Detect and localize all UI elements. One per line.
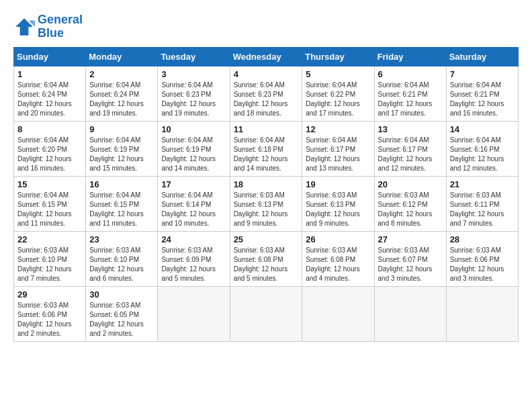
weekday-header: Wednesday xyxy=(230,47,302,66)
day-info: Sunrise: 6:04 AM Sunset: 6:24 PM Dayligh… xyxy=(89,81,154,118)
page-header: General Blue xyxy=(13,13,519,40)
day-number: 13 xyxy=(378,124,443,134)
day-number: 27 xyxy=(378,234,443,244)
calendar-day-cell: 22 Sunrise: 6:03 AM Sunset: 6:10 PM Dayl… xyxy=(14,231,86,286)
calendar-table: SundayMondayTuesdayWednesdayThursdayFrid… xyxy=(13,47,519,342)
calendar-day-cell: 11 Sunrise: 6:04 AM Sunset: 6:18 PM Dayl… xyxy=(230,121,302,176)
day-info: Sunrise: 6:04 AM Sunset: 6:21 PM Dayligh… xyxy=(450,81,515,118)
calendar-day-cell: 7 Sunrise: 6:04 AM Sunset: 6:21 PM Dayli… xyxy=(446,66,518,121)
calendar-week-row: 29 Sunrise: 6:03 AM Sunset: 6:06 PM Dayl… xyxy=(14,286,519,341)
day-info: Sunrise: 6:03 AM Sunset: 6:08 PM Dayligh… xyxy=(234,246,299,283)
day-number: 1 xyxy=(17,69,82,79)
day-info: Sunrise: 6:04 AM Sunset: 6:22 PM Dayligh… xyxy=(306,81,370,118)
day-number: 18 xyxy=(234,179,299,189)
day-number: 4 xyxy=(234,69,299,79)
weekday-header: Monday xyxy=(86,47,158,66)
calendar-day-cell xyxy=(374,286,446,341)
day-number: 12 xyxy=(306,124,370,134)
day-info: Sunrise: 6:04 AM Sunset: 6:20 PM Dayligh… xyxy=(17,136,82,173)
weekday-header: Thursday xyxy=(302,47,374,66)
day-number: 19 xyxy=(306,179,370,189)
calendar-day-cell xyxy=(230,286,302,341)
calendar-day-cell: 2 Sunrise: 6:04 AM Sunset: 6:24 PM Dayli… xyxy=(86,66,158,121)
day-number: 6 xyxy=(378,69,443,79)
calendar-day-cell: 26 Sunrise: 6:03 AM Sunset: 6:08 PM Dayl… xyxy=(302,231,374,286)
calendar-day-cell: 3 Sunrise: 6:04 AM Sunset: 6:23 PM Dayli… xyxy=(158,66,230,121)
calendar-day-cell: 10 Sunrise: 6:04 AM Sunset: 6:19 PM Dayl… xyxy=(158,121,230,176)
day-number: 16 xyxy=(89,179,154,189)
calendar-day-cell: 8 Sunrise: 6:04 AM Sunset: 6:20 PM Dayli… xyxy=(14,121,86,176)
day-number: 8 xyxy=(17,124,82,134)
day-info: Sunrise: 6:03 AM Sunset: 6:10 PM Dayligh… xyxy=(89,246,154,283)
day-info: Sunrise: 6:03 AM Sunset: 6:11 PM Dayligh… xyxy=(450,191,515,228)
day-number: 5 xyxy=(306,69,370,79)
day-info: Sunrise: 6:04 AM Sunset: 6:19 PM Dayligh… xyxy=(89,136,154,173)
calendar-day-cell: 19 Sunrise: 6:03 AM Sunset: 6:13 PM Dayl… xyxy=(302,176,374,231)
calendar-day-cell: 14 Sunrise: 6:04 AM Sunset: 6:16 PM Dayl… xyxy=(446,121,518,176)
day-number: 23 xyxy=(89,234,154,244)
day-info: Sunrise: 6:03 AM Sunset: 6:13 PM Dayligh… xyxy=(306,191,370,228)
calendar-day-cell: 6 Sunrise: 6:04 AM Sunset: 6:21 PM Dayli… xyxy=(374,66,446,121)
day-number: 29 xyxy=(17,289,82,300)
day-number: 17 xyxy=(161,179,226,189)
calendar-day-cell: 21 Sunrise: 6:03 AM Sunset: 6:11 PM Dayl… xyxy=(446,176,518,231)
day-info: Sunrise: 6:03 AM Sunset: 6:07 PM Dayligh… xyxy=(378,246,443,283)
day-info: Sunrise: 6:03 AM Sunset: 6:12 PM Dayligh… xyxy=(378,191,443,228)
logo-text: General Blue xyxy=(38,13,83,40)
day-info: Sunrise: 6:04 AM Sunset: 6:19 PM Dayligh… xyxy=(161,136,226,173)
calendar-day-cell: 13 Sunrise: 6:04 AM Sunset: 6:17 PM Dayl… xyxy=(374,121,446,176)
calendar-day-cell: 18 Sunrise: 6:03 AM Sunset: 6:13 PM Dayl… xyxy=(230,176,302,231)
day-number: 15 xyxy=(17,179,82,189)
weekday-header: Friday xyxy=(374,47,446,66)
day-number: 28 xyxy=(450,234,515,244)
calendar-day-cell: 23 Sunrise: 6:03 AM Sunset: 6:10 PM Dayl… xyxy=(86,231,158,286)
calendar-week-row: 8 Sunrise: 6:04 AM Sunset: 6:20 PM Dayli… xyxy=(14,121,519,176)
day-info: Sunrise: 6:03 AM Sunset: 6:08 PM Dayligh… xyxy=(306,246,370,283)
day-number: 24 xyxy=(161,234,226,244)
calendar-day-cell xyxy=(158,286,230,341)
calendar-day-cell: 27 Sunrise: 6:03 AM Sunset: 6:07 PM Dayl… xyxy=(374,231,446,286)
calendar-day-cell xyxy=(446,286,518,341)
day-info: Sunrise: 6:04 AM Sunset: 6:15 PM Dayligh… xyxy=(17,191,82,228)
day-number: 22 xyxy=(17,234,82,244)
day-info: Sunrise: 6:04 AM Sunset: 6:23 PM Dayligh… xyxy=(161,81,226,118)
calendar-header-row: SundayMondayTuesdayWednesdayThursdayFrid… xyxy=(14,47,519,66)
calendar-day-cell: 29 Sunrise: 6:03 AM Sunset: 6:06 PM Dayl… xyxy=(14,286,86,341)
day-info: Sunrise: 6:04 AM Sunset: 6:14 PM Dayligh… xyxy=(161,191,226,228)
day-info: Sunrise: 6:03 AM Sunset: 6:05 PM Dayligh… xyxy=(89,301,154,338)
day-number: 3 xyxy=(161,69,226,79)
calendar-day-cell: 28 Sunrise: 6:03 AM Sunset: 6:06 PM Dayl… xyxy=(446,231,518,286)
day-number: 21 xyxy=(450,179,515,189)
day-info: Sunrise: 6:04 AM Sunset: 6:17 PM Dayligh… xyxy=(378,136,443,173)
day-info: Sunrise: 6:03 AM Sunset: 6:06 PM Dayligh… xyxy=(17,301,82,338)
weekday-header: Tuesday xyxy=(158,47,230,66)
day-number: 9 xyxy=(89,124,154,134)
day-number: 26 xyxy=(306,234,370,244)
calendar-day-cell: 12 Sunrise: 6:04 AM Sunset: 6:17 PM Dayl… xyxy=(302,121,374,176)
day-info: Sunrise: 6:04 AM Sunset: 6:17 PM Dayligh… xyxy=(306,136,370,173)
calendar-day-cell xyxy=(302,286,374,341)
day-info: Sunrise: 6:03 AM Sunset: 6:13 PM Dayligh… xyxy=(234,191,299,228)
calendar-day-cell: 20 Sunrise: 6:03 AM Sunset: 6:12 PM Dayl… xyxy=(374,176,446,231)
day-info: Sunrise: 6:04 AM Sunset: 6:23 PM Dayligh… xyxy=(234,81,299,118)
calendar-day-cell: 9 Sunrise: 6:04 AM Sunset: 6:19 PM Dayli… xyxy=(86,121,158,176)
calendar-week-row: 22 Sunrise: 6:03 AM Sunset: 6:10 PM Dayl… xyxy=(14,231,519,286)
calendar-day-cell: 1 Sunrise: 6:04 AM Sunset: 6:24 PM Dayli… xyxy=(14,66,86,121)
calendar-day-cell: 16 Sunrise: 6:04 AM Sunset: 6:15 PM Dayl… xyxy=(86,176,158,231)
day-number: 30 xyxy=(89,289,154,300)
calendar-week-row: 1 Sunrise: 6:04 AM Sunset: 6:24 PM Dayli… xyxy=(14,66,519,121)
day-info: Sunrise: 6:03 AM Sunset: 6:09 PM Dayligh… xyxy=(161,246,226,283)
day-info: Sunrise: 6:04 AM Sunset: 6:18 PM Dayligh… xyxy=(234,136,299,173)
weekday-header: Sunday xyxy=(14,47,86,66)
calendar-day-cell: 15 Sunrise: 6:04 AM Sunset: 6:15 PM Dayl… xyxy=(14,176,86,231)
calendar-day-cell: 4 Sunrise: 6:04 AM Sunset: 6:23 PM Dayli… xyxy=(230,66,302,121)
day-number: 10 xyxy=(161,124,226,134)
weekday-header: Saturday xyxy=(446,47,518,66)
day-number: 20 xyxy=(378,179,443,189)
day-info: Sunrise: 6:04 AM Sunset: 6:15 PM Dayligh… xyxy=(89,191,154,228)
calendar-day-cell: 25 Sunrise: 6:03 AM Sunset: 6:08 PM Dayl… xyxy=(230,231,302,286)
day-number: 25 xyxy=(234,234,299,244)
day-number: 2 xyxy=(89,69,154,79)
calendar-day-cell: 30 Sunrise: 6:03 AM Sunset: 6:05 PM Dayl… xyxy=(86,286,158,341)
day-info: Sunrise: 6:03 AM Sunset: 6:06 PM Dayligh… xyxy=(450,246,515,283)
